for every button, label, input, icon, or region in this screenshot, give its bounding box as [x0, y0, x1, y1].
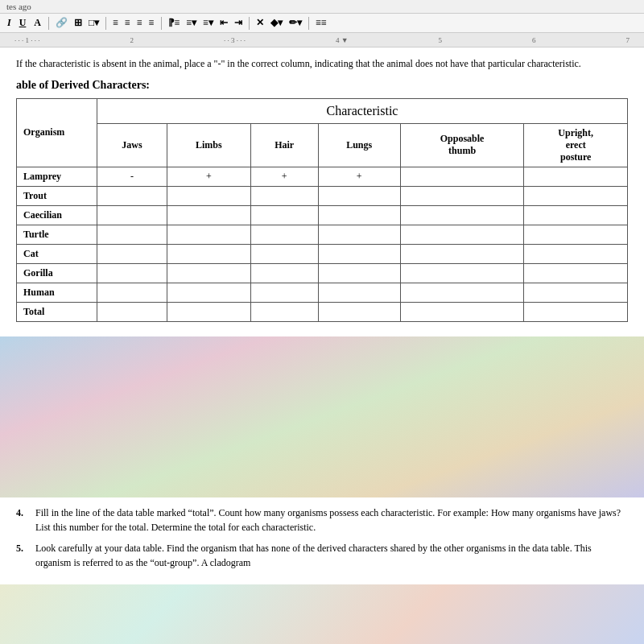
hair-cell	[250, 302, 318, 321]
lungs-cell: +	[318, 167, 400, 186]
time-ago-label: tes ago	[6, 2, 31, 11]
align-right[interactable]: ≡	[135, 16, 144, 30]
align-left[interactable]: ≡	[111, 16, 120, 30]
opposable_thumb-cell	[400, 302, 524, 321]
organism-cell: Total	[17, 302, 97, 321]
link-button[interactable]: 🔗	[54, 16, 69, 30]
jaws-cell	[97, 205, 167, 225]
question-number: 4.	[16, 506, 29, 535]
ruler-mark-2: 2	[130, 36, 134, 44]
shape-button[interactable]: □▾	[87, 16, 101, 30]
lungs-cell	[318, 263, 400, 283]
separator-5	[308, 17, 309, 30]
table-row: Trout	[17, 186, 628, 205]
ruler-mark-3: · · 3 · · ·	[224, 36, 246, 44]
table-row: Total	[17, 302, 628, 321]
question-number: 5.	[16, 541, 29, 570]
limbs-cell	[167, 205, 251, 225]
pen-btn[interactable]: ✏▾	[287, 16, 303, 30]
question-text: Look carefully at your data table. Find …	[35, 541, 628, 570]
derived-characters-table: Organism Characteristic Jaws Limbs Hair …	[16, 98, 628, 322]
limbs-cell	[167, 225, 251, 244]
limbs-header: Limbs	[167, 123, 251, 167]
opposable_thumb-cell	[400, 283, 524, 302]
opposable_thumb-cell	[400, 167, 524, 186]
questions-container: 4.Fill in the line of the data table mar…	[16, 506, 628, 570]
limbs-cell	[167, 263, 251, 283]
lungs-header: Lungs	[318, 123, 400, 167]
opposable_thumb-cell	[400, 244, 524, 263]
jaws-cell	[97, 302, 167, 321]
clear-format[interactable]: ✕	[254, 16, 266, 30]
upright_posture-cell	[524, 244, 628, 263]
organism-cell: Turtle	[17, 225, 97, 244]
hair-cell	[250, 205, 318, 225]
jaws-cell	[97, 225, 167, 244]
jaws-cell	[97, 186, 167, 205]
align-center[interactable]: ≡	[123, 16, 132, 30]
organism-cell: Caecilian	[17, 205, 97, 225]
characteristic-header: Characteristic	[97, 98, 628, 123]
hair-cell	[250, 225, 318, 244]
font-color-button[interactable]: A	[31, 16, 43, 30]
lungs-cell	[318, 225, 400, 244]
ruler-marks: · · · 1 · · · 2 · · 3 · · · 4 ▼ 5 6 7	[6, 36, 638, 44]
organism-cell: Lamprey	[17, 167, 97, 186]
limbs-cell	[167, 283, 251, 302]
more-options[interactable]: ≡≡	[314, 16, 328, 30]
ruler-mark-1: · · · 1 · · ·	[14, 36, 40, 44]
upright_posture-cell	[524, 186, 628, 205]
toolbar: I U A 🔗 ⊞ □▾ ≡ ≡ ≡ ≡ ⁋≡ ≡▾ ≡▾ ⇤ ⇥ ✕ ◆▾ ✏…	[0, 14, 644, 33]
highlight-btn[interactable]: ◆▾	[269, 16, 284, 30]
upright-posture-header: Upright,erectposture	[524, 123, 628, 167]
upright_posture-cell	[524, 205, 628, 225]
hair-cell	[250, 283, 318, 302]
limbs-cell: +	[167, 167, 251, 186]
justify[interactable]: ≡	[147, 16, 156, 30]
table-row: Human	[17, 283, 628, 302]
upright_posture-cell	[524, 302, 628, 321]
table-row: Gorilla	[17, 263, 628, 283]
bottom-text-area: 4.Fill in the line of the data table mar…	[0, 497, 644, 584]
question-text: Fill in the line of the data table marke…	[35, 506, 628, 535]
upright_posture-cell	[524, 225, 628, 244]
ruler-mark-4: 4 ▼	[336, 36, 349, 44]
separator-1	[48, 17, 49, 30]
table-row: Turtle	[17, 225, 628, 244]
lungs-cell	[318, 302, 400, 321]
opposable_thumb-cell	[400, 186, 524, 205]
table-row: Caecilian	[17, 205, 628, 225]
table-row: Lamprey-+++	[17, 167, 628, 186]
organism-cell: Cat	[17, 244, 97, 263]
hair-header: Hair	[250, 123, 318, 167]
table-button[interactable]: ⊞	[72, 16, 84, 30]
hair-cell: +	[250, 167, 318, 186]
organism-cell: Human	[17, 283, 97, 302]
limbs-cell	[167, 244, 251, 263]
document-area: If the characteristic is absent in the a…	[0, 47, 644, 336]
italic-button[interactable]: I	[5, 16, 14, 30]
list-btn[interactable]: ≡▾	[184, 16, 198, 30]
opposable_thumb-cell	[400, 205, 524, 225]
upright_posture-cell	[524, 283, 628, 302]
jaws-cell	[97, 263, 167, 283]
top-bar: tes ago	[0, 0, 644, 14]
opposable_thumb-cell	[400, 225, 524, 244]
ruler-mark-5: 5	[439, 36, 443, 44]
separator-4	[249, 17, 250, 30]
lungs-cell	[318, 186, 400, 205]
ruler-mark-7: 7	[625, 36, 630, 44]
hair-cell	[250, 186, 318, 205]
instruction-text: If the characteristic is absent in the a…	[16, 57, 628, 71]
hair-cell	[250, 263, 318, 283]
question-item: 4.Fill in the line of the data table mar…	[16, 506, 628, 535]
upright_posture-cell	[524, 167, 628, 186]
line-spacing[interactable]: ⁋≡	[167, 16, 182, 30]
organism-cell: Gorilla	[17, 263, 97, 283]
indent-more[interactable]: ⇥	[233, 16, 244, 30]
underline-button[interactable]: U	[17, 16, 29, 30]
outdent-btn[interactable]: ⇤	[218, 16, 229, 30]
indent-btn[interactable]: ≡▾	[201, 16, 215, 30]
lungs-cell	[318, 244, 400, 263]
jaws-cell: -	[97, 167, 167, 186]
